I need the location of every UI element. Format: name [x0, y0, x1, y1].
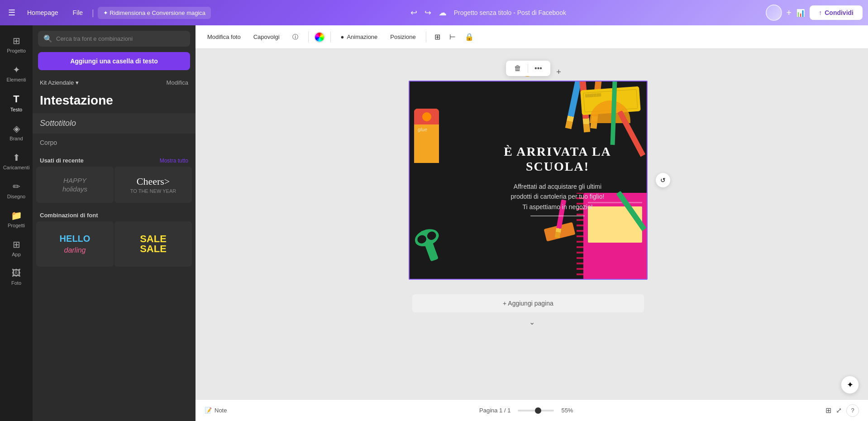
capovolgi-button[interactable]: Capovolgi: [249, 31, 284, 43]
add-text-button[interactable]: Aggiungi una casella di testo: [38, 52, 190, 70]
status-right: ⊞ ⤢ ?: [825, 404, 859, 417]
avatar[interactable]: [766, 5, 782, 21]
expand-button[interactable]: ⤢: [836, 406, 842, 415]
search-bar: 🔍: [33, 25, 196, 50]
rotate-handle[interactable]: ↺: [656, 173, 670, 187]
font-cheers-label: Cheers> TO THE NEW YEAR: [130, 176, 176, 194]
subtitle-line2: prodotti di cartoleria per tuo figlio!: [511, 193, 605, 200]
font-grid: HAPPYholidays Cheers> TO THE NEW YEAR: [33, 167, 196, 206]
grid-view-button[interactable]: ⊞: [825, 406, 831, 415]
toolbar: Modifica foto Capovolgi ⓘ ● Animazione P…: [196, 25, 868, 49]
stats-button[interactable]: 📊: [796, 9, 805, 17]
sidebar-label-elementi: Elementi: [7, 77, 26, 82]
zoom-slider-track[interactable]: [518, 410, 554, 411]
foto-icon: 🖼: [12, 268, 21, 278]
subtitle-line3: Ti aspettiamo in negozio!: [522, 203, 592, 210]
sidebar-item-progetti[interactable]: 📁 Progetti: [2, 206, 31, 233]
kit-name[interactable]: Kit Aziendale ▾: [40, 79, 79, 86]
file-button[interactable]: File: [67, 6, 89, 19]
scroll-indicator[interactable]: ⌄: [524, 312, 540, 332]
info-button[interactable]: ⓘ: [288, 30, 303, 44]
sidebar-item-disegno[interactable]: ✏ Disegno: [2, 177, 31, 204]
magic-resize-button[interactable]: ✦ Ridimensiona e Conversione magica: [98, 7, 211, 19]
posizione-button[interactable]: Posizione: [386, 31, 420, 43]
text-style-sottotitolo[interactable]: Sottotitolo: [33, 113, 196, 134]
add-page-icon[interactable]: +: [556, 67, 561, 77]
help-button[interactable]: ?: [846, 404, 859, 417]
undo-button[interactable]: ↩: [410, 8, 417, 18]
sidebar-item-app[interactable]: ⊞ App: [2, 234, 31, 262]
font-item-holidays[interactable]: HAPPYholidays: [36, 167, 114, 203]
sidebar-label-caricamenti: Caricamenti: [3, 165, 30, 170]
show-all-button[interactable]: Mostra tutto: [160, 158, 188, 164]
recent-section-title: Usati di recente: [40, 157, 84, 164]
text-style-corpo[interactable]: Corpo: [33, 134, 196, 152]
toolbar-separator-1: [308, 32, 309, 43]
sidebar-label-progetto: Progetto: [7, 48, 26, 53]
notes-button[interactable]: 📝 Note: [205, 407, 227, 414]
font-search-input[interactable]: [56, 35, 185, 42]
zoom-slider-thumb[interactable]: [535, 407, 541, 414]
nav-separator: |: [92, 8, 94, 18]
canvas-text-overlay: È ARRIVATA LA SCUOLA! Affrettati ad acqu…: [410, 81, 647, 279]
sidebar-label-foto: Foto: [11, 280, 21, 286]
cloud-save-button[interactable]: ☁: [439, 8, 447, 18]
toolbar-separator-2: [330, 32, 331, 43]
delete-element-button[interactable]: 🗑: [511, 63, 524, 73]
share-button[interactable]: ↑ Condividi: [810, 5, 863, 20]
animazione-label: Animazione: [347, 33, 377, 40]
main-content: ⊞ Progetto ✦ Elementi T Testo ◈ Brand ⬆ …: [0, 25, 868, 421]
sidebar-item-testo[interactable]: T Testo: [2, 89, 31, 117]
canvas-frame[interactable]: |||||||||||||||||: [409, 81, 648, 280]
icon-sidebar: ⊞ Progetto ✦ Elementi T Testo ◈ Brand ⬆ …: [0, 25, 33, 421]
font-holidays-label: HAPPYholidays: [62, 176, 87, 194]
more-options-button[interactable]: •••: [532, 63, 545, 73]
canvas-scroll-area: 🔒 ⧉ + 🗑 •••: [196, 49, 868, 399]
kit-row: Kit Aziendale ▾ Modifica: [33, 76, 196, 88]
magic-wand-button[interactable]: ✦: [841, 376, 859, 394]
sidebar-item-brand[interactable]: ◈ Brand: [2, 119, 31, 146]
status-center: Pagina 1 / 1 55%: [234, 407, 818, 414]
zoom-level: 55%: [561, 407, 573, 414]
grid-button[interactable]: ⊞: [432, 30, 443, 44]
sidebar-label-brand: Brand: [10, 136, 23, 141]
font-combo-sale[interactable]: SALESALE: [114, 221, 192, 267]
element-toolbar: 🗑 •••: [506, 61, 550, 76]
lock-button[interactable]: 🔒: [462, 30, 477, 44]
kit-edit-button[interactable]: Modifica: [167, 79, 188, 86]
sidebar-label-progetti: Progetti: [8, 223, 25, 228]
align-button[interactable]: ⊢: [447, 30, 458, 44]
text-style-intestazione[interactable]: Intestazione: [33, 88, 196, 113]
add-page-button[interactable]: + Aggiungi pagina: [412, 294, 644, 312]
sidebar-item-elementi[interactable]: ✦ Elementi: [2, 60, 31, 87]
canvas-main: Modifica foto Capovolgi ⓘ ● Animazione P…: [196, 25, 868, 421]
hamburger-button[interactable]: ☰: [5, 5, 18, 20]
combo-sale-label: SALESALE: [140, 234, 167, 254]
edit-photo-button[interactable]: Modifica foto: [203, 31, 245, 43]
sottotitolo-label: Sottotitolo: [40, 119, 188, 128]
kit-name-label: Kit Aziendale: [40, 79, 74, 86]
color-picker-button[interactable]: [314, 32, 325, 43]
animazione-button[interactable]: ● Animazione: [336, 31, 382, 43]
sidebar-item-progetto[interactable]: ⊞ Progetto: [2, 31, 31, 58]
brand-icon: ◈: [13, 123, 20, 134]
disegno-icon: ✏: [13, 181, 20, 192]
canvas-underline: [530, 215, 585, 216]
recent-section-header: Usati di recente Mostra tutto: [33, 152, 196, 167]
redo-button[interactable]: ↪: [424, 8, 431, 18]
add-collaborator-button[interactable]: +: [787, 8, 792, 18]
elementi-icon: ✦: [13, 64, 20, 75]
font-combo-grid: HELLOdarling SALESALE: [33, 221, 196, 270]
top-navigation: ☰ Homepage File | ✦ Ridimensiona e Conve…: [0, 0, 868, 25]
font-item-cheers[interactable]: Cheers> TO THE NEW YEAR: [114, 167, 192, 203]
text-panel: 🔍 Aggiungi una casella di testo Kit Azie…: [33, 25, 196, 421]
intestazione-label: Intestazione: [40, 93, 188, 108]
font-combo-hello[interactable]: HELLOdarling: [36, 221, 114, 267]
sidebar-label-testo: Testo: [10, 107, 22, 112]
combo-hello-label: HELLOdarling: [60, 233, 91, 255]
homepage-button[interactable]: Homepage: [22, 6, 64, 19]
sidebar-item-foto[interactable]: 🖼 Foto: [2, 263, 31, 290]
toolbar-separator-3: [426, 32, 426, 43]
sidebar-item-caricamenti[interactable]: ⬆ Caricamenti: [2, 148, 31, 175]
info-icon: ⓘ: [292, 33, 298, 41]
